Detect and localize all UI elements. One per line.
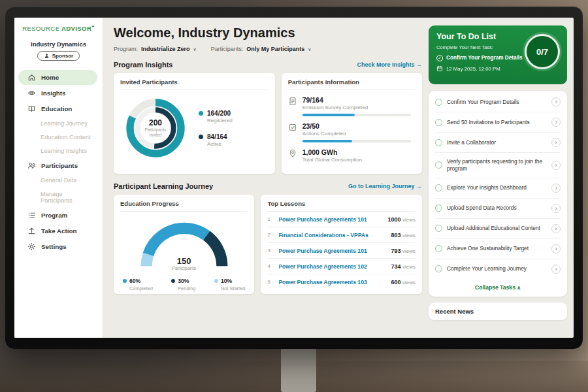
lesson-views-count: 793: [391, 248, 400, 254]
card-title: Top Lessons: [267, 200, 416, 212]
progress-bar-fill: [302, 140, 353, 142]
chevron-right-icon[interactable]: [551, 204, 561, 213]
chevron-right-icon[interactable]: [551, 97, 561, 106]
participants-information-card: Participants Information 79/164 Emission…: [282, 73, 422, 174]
chevron-right-icon[interactable]: [551, 118, 561, 127]
task-row-upload-spend-data[interactable]: Upload Spend Data Records: [435, 199, 561, 219]
sidebar-item-learning-journey[interactable]: Learning Journey: [18, 117, 97, 130]
legend-label: Registered: [207, 118, 233, 123]
education-icon: [27, 105, 36, 113]
legend-pct: 10%: [221, 278, 232, 284]
program-filter-value: Industrialize Zero: [141, 46, 190, 52]
collapse-tasks-link[interactable]: Collapse Tasks: [435, 279, 561, 297]
task-label: Upload Additional Educational Content: [447, 225, 547, 232]
take-action-icon: [27, 227, 36, 235]
lesson-rank: 2: [267, 232, 274, 238]
task-row-achieve-target[interactable]: Achieve One Sustainability Target: [435, 239, 561, 259]
sidebar-item-label: General Data: [41, 177, 76, 184]
task-label: Complete Your Learning Journey: [447, 265, 547, 272]
task-row-confirm-program[interactable]: Confirm Your Program Details: [435, 92, 561, 112]
task-checkbox[interactable]: [435, 184, 442, 191]
sidebar-item-label: Education Content: [41, 134, 91, 140]
page-title: Welcome, Industry Dynamics: [114, 25, 422, 41]
card-title: Participants Information: [288, 78, 416, 90]
chevron-right-icon[interactable]: [551, 184, 561, 193]
go-to-learning-journey-link[interactable]: Go to Learning Journey: [348, 183, 422, 189]
sidebar-item-participants[interactable]: Participants: [18, 158, 97, 173]
sidebar-item-insights[interactable]: Insights: [18, 86, 97, 101]
lesson-link[interactable]: Power Purchase Agreements 101: [278, 216, 383, 223]
chevron-down-icon[interactable]: [193, 46, 197, 52]
check-more-insights-link[interactable]: Check More Insights: [357, 61, 422, 68]
sidebar-item-settings[interactable]: Settings: [18, 239, 97, 254]
legend-dot-navy: [199, 135, 203, 139]
sidebar-item-label: Home: [41, 74, 59, 81]
todo-due-label: 12 May 2025, 12:00 PM: [446, 66, 500, 72]
sidebar-item-learning-insights[interactable]: Learning Insights: [18, 144, 97, 157]
task-checkbox[interactable]: [435, 204, 442, 212]
chevron-right-icon[interactable]: [551, 138, 561, 147]
task-label: Confirm Your Program Details: [447, 99, 547, 106]
sidebar-item-home[interactable]: Home: [18, 70, 97, 85]
lesson-link[interactable]: Power Purchase Agreements 101: [278, 248, 386, 254]
sidebar-item-general-data[interactable]: General Data: [18, 174, 97, 187]
task-row-explore-insights[interactable]: Explore Your Insights Dashboard: [435, 178, 561, 199]
participants-filter[interactable]: Participants: Only My Participants: [211, 46, 312, 52]
task-checkbox[interactable]: [435, 245, 442, 252]
task-checkbox[interactable]: [435, 119, 442, 126]
info-value: 1,000 GWh: [302, 148, 416, 156]
filter-bar: Program: Industrialize Zero Participants…: [114, 46, 422, 52]
task-row-send-invitations[interactable]: Send 50 Invitations to Participants: [435, 112, 561, 133]
info-label: Total Global Consumption: [302, 157, 416, 163]
task-row-complete-learning-journey[interactable]: Complete Your Learning Journey: [435, 259, 561, 279]
dashboard-screen: RESOURCE ADVISOR+ Industry Dynamics Spon…: [14, 18, 574, 338]
lesson-row: 1 Power Purchase Agreements 101 1000 vie…: [267, 212, 416, 227]
task-label: Verify participants requesting to join t…: [447, 158, 547, 172]
task-checkbox[interactable]: [435, 225, 442, 232]
program-filter[interactable]: Program: Industrialize Zero: [114, 46, 197, 52]
legend-label: Pending: [178, 286, 195, 291]
progress-bar: [302, 114, 411, 116]
sidebar-item-take-action[interactable]: Take Action: [18, 223, 97, 238]
task-checkbox[interactable]: [435, 99, 442, 106]
sidebar-item-education[interactable]: Education: [18, 101, 97, 116]
survey-document-icon: [288, 97, 297, 106]
task-row-invite-collaborator[interactable]: Invite a Collaborator: [435, 133, 561, 153]
task-checkbox[interactable]: [435, 161, 442, 169]
task-checkbox[interactable]: [435, 265, 442, 272]
chevron-right-icon[interactable]: [551, 161, 561, 170]
sidebar: RESOURCE ADVISOR+ Industry Dynamics Spon…: [14, 18, 103, 338]
progress-bar: [302, 140, 411, 142]
chevron-right-icon[interactable]: [551, 244, 561, 253]
sidebar-item-program[interactable]: Program: [18, 208, 97, 223]
legend-dot-blue: [123, 279, 127, 283]
sponsor-badge: Sponsor: [37, 51, 80, 61]
task-checkbox[interactable]: [435, 139, 442, 146]
sidebar-item-label: Take Action: [41, 227, 76, 235]
sidebar-item-education-content[interactable]: Education Content: [18, 131, 97, 144]
todo-next-task-label: Confirm Your Program Details: [446, 55, 523, 61]
card-title: Invited Participants: [120, 78, 269, 90]
chevron-right-icon[interactable]: [551, 224, 561, 233]
chevron-down-icon[interactable]: [308, 46, 311, 52]
legend-pct: 30%: [178, 278, 189, 284]
lesson-link[interactable]: Power Purchase Agreements 103: [278, 279, 386, 286]
info-label: Actions Completed: [302, 131, 416, 137]
sidebar-item-manage-participants[interactable]: Manage Participants: [18, 188, 97, 207]
lesson-link[interactable]: Power Purchase Agreements 102: [278, 263, 386, 270]
lesson-views-word: views: [402, 264, 416, 270]
task-row-upload-educational-content[interactable]: Upload Additional Educational Content: [435, 219, 561, 239]
lesson-link[interactable]: Financial Considerations - VPPAs: [278, 232, 386, 238]
participants-filter-label: Participants:: [211, 46, 244, 52]
legend-label: Not Started: [221, 286, 245, 291]
task-row-verify-participants[interactable]: Verify participants requesting to join t…: [435, 153, 561, 178]
todo-progress-value: 0/7: [536, 47, 548, 57]
legend-not-started: 10% Not Started: [214, 278, 245, 291]
progress-bar-fill: [302, 114, 355, 116]
gauge-center-value: 150: [135, 256, 233, 266]
lesson-views-word: views: [402, 233, 416, 238]
sidebar-item-label: Settings: [41, 243, 67, 250]
brand-name-2: ADVISOR: [61, 25, 91, 32]
chevron-right-icon[interactable]: [551, 265, 561, 274]
lesson-rank: 4: [267, 263, 274, 269]
